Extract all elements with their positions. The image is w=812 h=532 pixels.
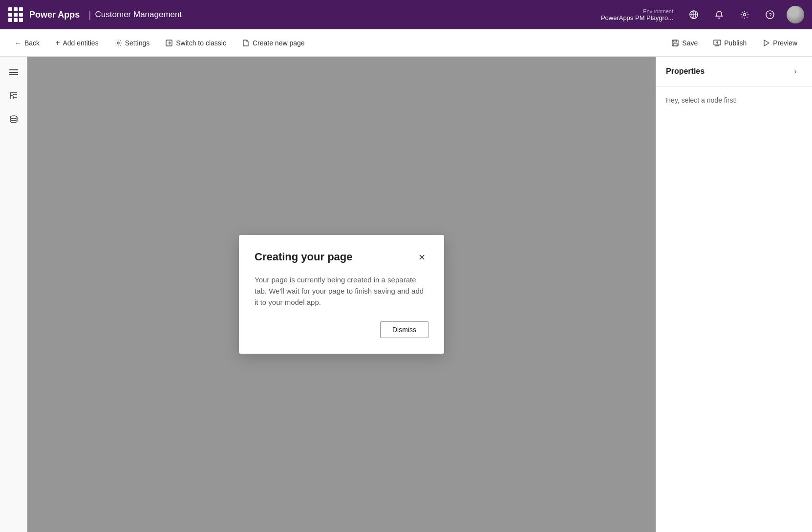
save-button[interactable]: Save [664,36,705,50]
preview-label: Preview [773,39,797,47]
new-page-icon [242,39,250,47]
publish-label: Publish [724,39,747,47]
environment-label: Environment [643,8,673,14]
modal-header: Creating your page ✕ [255,251,428,264]
globe-icon [689,10,698,19]
gear-icon [740,10,749,19]
modal-overlay: Creating your page ✕ Your page is curren… [27,57,656,532]
modal-title: Creating your page [255,251,352,263]
hamburger-icon [9,69,18,76]
left-sidebar [0,57,27,532]
properties-collapse-button[interactable]: › [789,64,802,78]
user-avatar[interactable] [787,6,804,23]
publish-icon [713,39,721,47]
modal-close-button[interactable]: ✕ [415,251,428,264]
preview-icon [762,39,770,47]
switch-to-classic-button[interactable]: Switch to classic [158,36,233,50]
canvas-area: Creating your page ✕ Your page is curren… [27,57,656,532]
save-label: Save [682,39,698,47]
properties-hint: Hey, select a node first! [656,86,812,114]
help-icon: ? [766,10,774,19]
settings-label: Settings [125,39,150,47]
add-entities-button[interactable]: + Add entities [48,36,106,50]
add-entities-label: Add entities [63,39,98,47]
modal-footer: Dismiss [255,321,428,338]
properties-panel: Properties › Hey, select a node first! [656,57,812,532]
brand-name: Power Apps [29,10,80,20]
create-new-page-button[interactable]: Create new page [235,36,312,50]
back-label: Back [24,39,40,47]
creating-page-modal: Creating your page ✕ Your page is curren… [239,235,444,354]
create-new-page-label: Create new page [253,39,305,47]
bell-icon [715,10,724,19]
add-icon: + [55,39,60,47]
settings-gear-button[interactable] [736,6,753,23]
toolbar-right-actions: Save Publish Preview [664,36,804,50]
notification-bell-button[interactable] [710,6,728,23]
svg-point-4 [744,14,746,16]
waffle-icon [8,7,23,22]
svg-text:?: ? [769,12,772,18]
switch-to-classic-label: Switch to classic [176,39,226,47]
settings-button[interactable]: Settings [107,36,157,50]
dismiss-button[interactable]: Dismiss [380,321,428,338]
avatar-image [787,6,804,23]
properties-title: Properties [666,67,705,76]
nav-right-section: Environment PowerApps PM Playgro... [601,6,804,23]
publish-button[interactable]: Publish [706,36,753,50]
svg-rect-10 [674,40,677,42]
nav-separator: | [88,9,91,21]
modal-body: Your page is currently being created in … [255,274,428,308]
switch-icon [165,39,173,47]
sidebar-database-button[interactable] [4,109,23,129]
svg-point-23 [10,116,17,119]
svg-point-7 [117,42,119,43]
toolbar: ← Back + Add entities Settings Switch to… [0,29,812,57]
waffle-menu[interactable] [8,7,23,22]
back-arrow-icon: ← [15,39,21,47]
main-layout: Creating your page ✕ Your page is curren… [0,57,812,532]
database-icon [9,115,18,124]
sidebar-hamburger-button[interactable] [4,63,23,82]
top-navigation: Power Apps | Customer Management Environ… [0,0,812,29]
svg-rect-11 [673,43,677,46]
help-button[interactable]: ? [761,6,779,23]
tree-icon [9,91,18,100]
environment-info: Environment PowerApps PM Playgro... [601,8,673,21]
app-name: Customer Management [95,10,182,20]
globe-icon-button[interactable] [685,6,703,23]
back-button[interactable]: ← Back [8,36,46,50]
sidebar-tree-button[interactable] [4,86,23,106]
svg-marker-13 [764,40,769,46]
preview-button[interactable]: Preview [755,36,804,50]
save-icon [671,39,679,47]
environment-name: PowerApps PM Playgro... [601,14,673,21]
settings-icon [114,39,122,47]
properties-header: Properties › [656,57,812,86]
